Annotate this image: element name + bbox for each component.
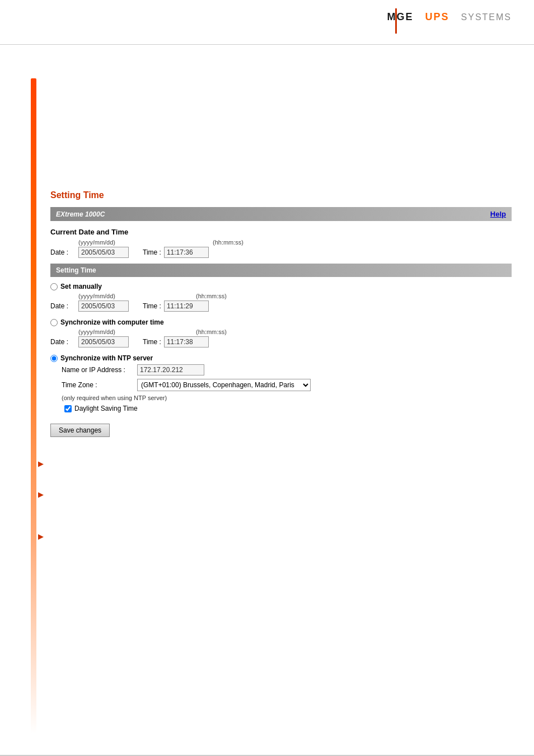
daylight-saving-label[interactable]: Daylight Saving Time <box>74 405 138 412</box>
setting-time-bar: Setting Time <box>50 264 512 277</box>
logo-ups: UPS <box>425 11 449 22</box>
manual-time-format: (hh:mm:ss) <box>196 293 227 299</box>
manual-time-label: Time : <box>143 302 161 310</box>
current-time-label: Time : <box>143 248 161 256</box>
ntp-note: (only required when using NTP server) <box>62 395 512 401</box>
manual-label[interactable]: Set manually <box>60 283 102 290</box>
date-format-hint: (yyyy/mm/dd) <box>78 239 129 246</box>
daylight-saving-row: Daylight Saving Time <box>64 405 512 412</box>
ntp-section: Synchronize with NTP server Name or IP A… <box>50 354 512 412</box>
logo-mge: MGE <box>387 11 413 22</box>
device-bar: EXtreme 1000C Help <box>50 207 512 221</box>
sync-time-input[interactable] <box>164 336 209 348</box>
bottom-section: ▶ ▶ ▶ <box>50 459 512 543</box>
timezone-label: Time Zone : <box>62 381 134 389</box>
ntp-address-row: Name or IP Address : <box>62 364 512 375</box>
ntp-address-label: Name or IP Address : <box>62 366 134 374</box>
current-formats: (yyyy/mm/dd) (hh:mm:ss) <box>78 239 512 246</box>
logo: MGE UPS SYSTEMS <box>387 11 512 23</box>
manual-date-label: Date : <box>50 302 78 310</box>
save-button[interactable]: Save changes <box>50 424 110 437</box>
ntp-address-input[interactable] <box>137 364 204 375</box>
header: MGE UPS SYSTEMS <box>0 0 534 45</box>
page-title: Setting Time <box>50 190 512 200</box>
manual-radio[interactable] <box>50 283 58 290</box>
logo-systems: SYSTEMS <box>461 12 512 22</box>
manual-time-input[interactable] <box>164 300 209 312</box>
ntp-timezone-row: Time Zone : (GMT+01:00) Brussels, Copenh… <box>62 379 512 391</box>
sync-date-input[interactable] <box>78 336 129 348</box>
time-format-hint: (hh:mm:ss) <box>213 239 243 246</box>
manual-date-format: (yyyy/mm/dd) <box>78 293 129 299</box>
help-link[interactable]: Help <box>490 210 506 218</box>
current-datetime-section: Current Date and Time (yyyy/mm/dd) (hh:m… <box>50 228 512 258</box>
manual-formats: (yyyy/mm/dd) (hh:mm:ss) <box>78 293 512 299</box>
ntp-radio-row: Synchronize with NTP server <box>50 354 512 362</box>
sync-formats: (yyyy/mm/dd) (hh:mm:ss) <box>78 328 512 335</box>
main-content: Setting Time EXtreme 1000C Help Current … <box>50 50 512 543</box>
device-name: EXtreme 1000C <box>56 210 105 218</box>
manual-date-input[interactable] <box>78 300 129 312</box>
sync-computer-section: Synchronize with computer time (yyyy/mm/… <box>50 318 512 348</box>
sync-time-label: Time : <box>143 338 161 346</box>
current-datetime-title: Current Date and Time <box>50 228 512 236</box>
sync-datetime-row: Date : Time : <box>50 336 512 348</box>
ntp-radio[interactable] <box>50 355 58 362</box>
sync-date-label: Date : <box>50 338 78 346</box>
manual-radio-row: Set manually <box>50 283 512 290</box>
left-accent-bar <box>31 78 36 734</box>
timezone-select[interactable]: (GMT+01:00) Brussels, Copenhagen, Madrid… <box>137 379 311 391</box>
sync-date-format: (yyyy/mm/dd) <box>78 328 129 335</box>
ntp-label[interactable]: Synchronize with NTP server <box>60 354 153 362</box>
arrow-bullet-2: ▶ <box>38 490 44 499</box>
sync-time-format: (hh:mm:ss) <box>196 328 227 335</box>
sync-computer-radio-row: Synchronize with computer time <box>50 318 512 326</box>
manual-datetime-row: Date : Time : <box>50 300 512 312</box>
manual-section: Set manually (yyyy/mm/dd) (hh:mm:ss) Dat… <box>50 283 512 312</box>
sync-computer-label[interactable]: Synchronize with computer time <box>60 318 164 326</box>
current-datetime-row: Date : Time : <box>50 247 512 258</box>
daylight-saving-checkbox[interactable] <box>64 405 72 412</box>
sync-computer-radio[interactable] <box>50 319 58 326</box>
arrow-bullet-1: ▶ <box>38 459 44 468</box>
current-date-input[interactable] <box>78 247 129 258</box>
arrow-bullet-3: ▶ <box>38 532 44 541</box>
current-time-input[interactable] <box>164 247 209 258</box>
current-date-label: Date : <box>50 248 78 256</box>
